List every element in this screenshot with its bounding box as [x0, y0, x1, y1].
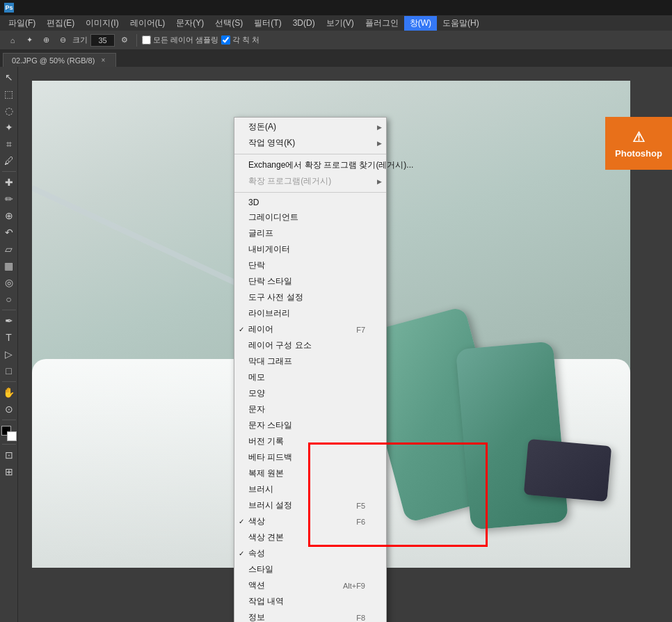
tool-clone[interactable]: ⊕: [1, 208, 17, 223]
menu-histogram[interactable]: 막대 그래프: [234, 353, 386, 369]
tool-move[interactable]: ↖: [1, 70, 17, 85]
info-label: 정보: [248, 612, 265, 622]
menu-brush[interactable]: 브러시: [234, 481, 386, 497]
menu-legacy-ext[interactable]: 확장 프로그램(레거시): [234, 173, 386, 189]
warning-icon: ⚠: [632, 129, 645, 145]
color-label: 색상: [248, 516, 265, 527]
tool-select-rect[interactable]: ⬚: [1, 86, 17, 102]
menu-gradient[interactable]: 그레이디언트: [234, 209, 386, 225]
tool-path-select[interactable]: ▷: [1, 346, 17, 362]
tool-magic-wand[interactable]: ✦: [1, 120, 17, 135]
toolbar-size-input[interactable]: [90, 34, 115, 47]
tool-history-brush[interactable]: ↶: [1, 225, 17, 240]
tool-type[interactable]: T: [1, 330, 17, 345]
menu-note[interactable]: 메모: [234, 369, 386, 385]
menu-layer[interactable]: 레이어 F7: [234, 321, 386, 337]
warning-label: Photoshop: [615, 148, 662, 159]
window-dropdown-menu: 정돈(A) 작업 영역(K) Exchange에서 확장 프로그램 찾기(레거시…: [234, 117, 387, 622]
character-label: 문자: [248, 404, 265, 415]
warning-banner: ⚠ Photoshop: [605, 117, 672, 170]
background-color[interactable]: [7, 431, 17, 441]
menu-select[interactable]: 선택(S): [209, 16, 248, 31]
menu-file[interactable]: 파일(F): [3, 16, 41, 31]
toolbar-ai-btn[interactable]: ✦: [22, 33, 36, 47]
tool-brush[interactable]: ✏: [1, 191, 17, 207]
menu-panels-section: 3D 그레이디언트 글리프 내비게이터 단락 단락 스타일 도구 사전 설정 라…: [234, 194, 386, 622]
tab-bar: 02.JPG @ 50% (RGB/8) ×: [0, 50, 672, 67]
menu-plugins[interactable]: 플러그인: [360, 16, 404, 31]
all-layers-label: 모든 레이어 샘플링: [153, 35, 218, 45]
menu-shape[interactable]: 모양: [234, 385, 386, 401]
menu-window[interactable]: 창(W): [404, 16, 437, 31]
menu-divider1: [234, 154, 386, 154]
tool-eraser[interactable]: ▱: [1, 241, 17, 257]
menu-help[interactable]: 도움말(H): [437, 16, 485, 31]
menu-duplicate[interactable]: 복제 원본: [234, 465, 386, 481]
tool-blur[interactable]: ◎: [1, 275, 17, 290]
menu-color-sample[interactable]: 색상 견본: [234, 529, 386, 545]
all-layers-checkbox[interactable]: [142, 35, 151, 45]
menu-properties[interactable]: 속성: [234, 545, 386, 561]
menu-layer[interactable]: 레이어(L): [125, 16, 171, 31]
menu-tool-preset[interactable]: 도구 사전 설정: [234, 289, 386, 305]
menu-version-history[interactable]: 버전 기록: [234, 433, 386, 449]
tool-lasso[interactable]: ◌: [1, 103, 17, 118]
fit-checkbox[interactable]: [221, 35, 230, 45]
menu-actions[interactable]: 액션 Alt+F9: [234, 577, 386, 593]
menu-info[interactable]: 정보 F8: [234, 609, 386, 622]
menu-arrange[interactable]: 정돈(A): [234, 119, 386, 135]
ps-app-icon: Ps: [4, 3, 14, 13]
properties-label: 속성: [248, 548, 265, 559]
tool-colors[interactable]: [1, 426, 17, 441]
tool-shape[interactable]: □: [1, 363, 17, 378]
menu-paragraph-style[interactable]: 단락 스타일: [234, 273, 386, 289]
tool-gradient[interactable]: ▦: [1, 258, 17, 273]
tool-pen[interactable]: ✒: [1, 313, 17, 328]
menu-character[interactable]: 문자: [234, 401, 386, 417]
menu-library[interactable]: 라이브러리: [234, 305, 386, 321]
menu-navigator[interactable]: 내비게이터: [234, 241, 386, 257]
menu-beta-feedback[interactable]: 베타 피드백: [234, 449, 386, 465]
toolbar-subtract-btn[interactable]: ⊖: [56, 33, 70, 47]
tool-zoom[interactable]: ⊙: [1, 401, 17, 417]
menu-layer-comp[interactable]: 레이어 구성 요소: [234, 337, 386, 353]
menu-view[interactable]: 보기(V): [321, 16, 360, 31]
tool-screen-mode[interactable]: ⊞: [1, 464, 17, 479]
document-tab[interactable]: 02.JPG @ 50% (RGB/8) ×: [3, 53, 116, 67]
fit-label: 각 칙 처: [232, 35, 259, 45]
toolbar-all-layers-check[interactable]: 모든 레이어 샘플링: [142, 35, 218, 45]
menu-3d[interactable]: 3D: [234, 196, 386, 209]
toolbar-settings-btn[interactable]: ⚙: [118, 33, 131, 47]
menu-color[interactable]: 색상 F6: [234, 513, 386, 529]
tool-sep3: [2, 381, 16, 382]
menu-3d[interactable]: 3D(D): [287, 17, 321, 29]
menu-history[interactable]: 작업 내역: [234, 593, 386, 609]
toolbar-fit-check[interactable]: 각 칙 처: [221, 35, 259, 45]
shape-label: 모양: [248, 388, 265, 399]
tool-healing[interactable]: ✚: [1, 175, 17, 190]
tool-dodge[interactable]: ○: [1, 292, 17, 307]
menu-styles[interactable]: 스타일: [234, 561, 386, 577]
actions-label: 액션: [248, 580, 265, 591]
library-label: 라이브러리: [248, 308, 290, 319]
menu-image[interactable]: 이미지(I): [80, 16, 124, 31]
toolbar-size-label: 크기: [72, 35, 88, 45]
menu-paragraph[interactable]: 단락: [234, 257, 386, 273]
toolbar-add-btn[interactable]: ⊕: [39, 33, 53, 47]
menu-character-style[interactable]: 문자 스타일: [234, 417, 386, 433]
menu-brush-settings[interactable]: 브러시 설정 F5: [234, 497, 386, 513]
toolbar-home-btn[interactable]: ⌂: [6, 33, 19, 47]
menu-filter[interactable]: 필터(T): [248, 16, 287, 31]
menu-edit[interactable]: 편집(E): [41, 16, 80, 31]
menu-glyph[interactable]: 글리프: [234, 225, 386, 241]
character-style-label: 문자 스타일: [248, 420, 292, 431]
tool-crop[interactable]: ⌗: [1, 136, 17, 152]
tool-hand[interactable]: ✋: [1, 385, 17, 400]
menu-workspace[interactable]: 작업 영역(K): [234, 135, 386, 151]
workspace-label: 작업 영역(K): [248, 137, 295, 149]
menu-type[interactable]: 문자(Y): [170, 16, 209, 31]
tool-eyedropper[interactable]: 🖊: [1, 153, 17, 168]
tool-quick-mask[interactable]: ⊡: [1, 447, 17, 463]
tab-close-btn[interactable]: ×: [99, 56, 107, 65]
menu-exchange[interactable]: Exchange에서 확장 프로그램 찾기(레거시)...: [234, 157, 386, 173]
